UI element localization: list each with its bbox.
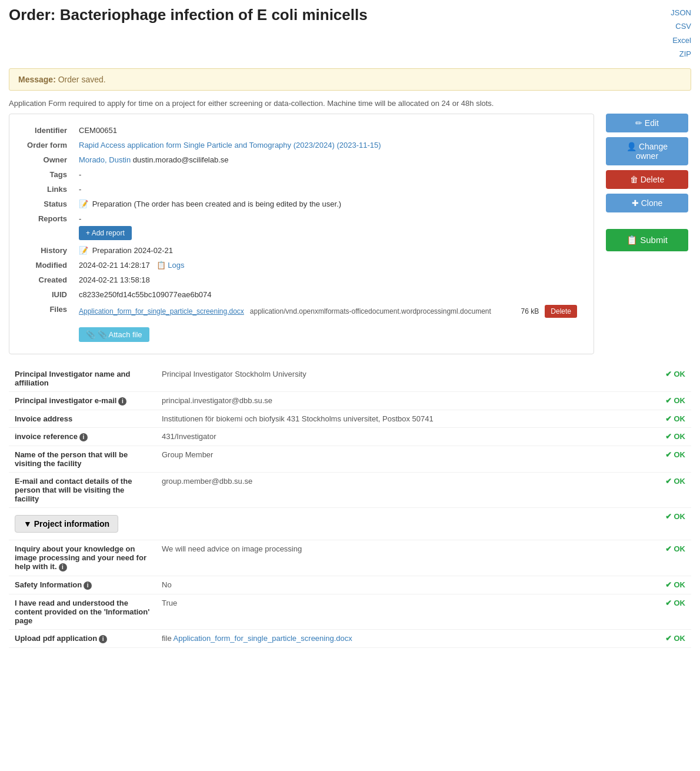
field-label: Safety Informationi [9,576,156,594]
field-status: ✔ OK [637,410,691,427]
identifier-label: Identifier [21,123,74,138]
order-form-link[interactable]: Rapid Access application form Single Par… [79,141,381,149]
field-row: ▼ Project information✔ OK [9,507,691,540]
status-label: Status [21,197,74,211]
field-status: ✔ OK [637,629,691,647]
owner-name-link[interactable]: Morado, Dustin [79,155,131,164]
change-owner-button[interactable]: 👤 Change owner [606,137,688,165]
attach-file-label: 📎 Attach file [98,330,142,339]
export-csv-link[interactable]: CSV [671,19,691,33]
field-value: principal.investigator@dbb.su.se [156,391,637,410]
info-icon[interactable]: i [79,433,88,441]
status-row: Status 📝 Preparation (The order has been… [21,197,582,211]
created-label: Created [21,272,74,287]
export-json-link[interactable]: JSON [671,6,691,19]
iuid-row: IUID c8233e250fd14c55bc109077eae6b074 [21,287,582,302]
file-row: Application_form_for_single_particle_scr… [79,305,577,318]
message-label: Message: [18,75,56,84]
field-value: True [156,594,637,629]
tags-value: - [74,167,582,182]
field-row: Name of the person that will be visiting… [9,446,691,472]
delete-button[interactable]: 🗑 Delete [606,170,688,189]
info-icon[interactable]: i [99,635,107,643]
description-text: Application Form required to apply for t… [9,99,691,108]
tags-row: Tags - [21,167,582,182]
field-label: Invoice address [9,410,156,427]
edit-button[interactable]: ✏ Edit [606,114,688,132]
reports-value: - + Add report [74,211,582,243]
file-delete-button[interactable]: Delete [545,305,577,318]
clone-button[interactable]: ✚ Clone [606,194,688,212]
top-layout: Identifier CEM00651 Order form Rapid Acc… [9,114,691,363]
export-excel-link[interactable]: Excel [671,34,691,47]
field-row: Safety InformationiNo✔ OK [9,576,691,594]
field-status: ✔ OK [637,427,691,446]
modified-date: 2024-02-21 14:28:17 [79,261,150,270]
status-icon: 📝 [79,200,88,208]
modified-row: Modified 2024-02-21 14:28:17 📋 Logs [21,258,582,272]
field-value: No [156,576,637,594]
field-row: I have read and understood the content p… [9,594,691,629]
field-status: ✔ OK [637,391,691,410]
files-label: Files [21,302,74,345]
file-size-value: 76 [521,307,529,315]
history-label: History [21,243,74,258]
file-mime: application/vnd.openxmlformats-officedoc… [250,307,515,315]
submit-button[interactable]: 📋 Submit [606,229,688,251]
created-value: 2024-02-21 13:58:18 [74,272,582,287]
modified-label: Modified [21,258,74,272]
field-status: ✔ OK [637,507,691,540]
message-bar: Message: Order saved. [9,68,691,91]
add-report-button[interactable]: + Add report [79,226,132,240]
links-label: Links [21,182,74,197]
page-header: Order: Bacteriophage infection of E coli… [9,6,691,61]
project-info-button[interactable]: ▼ Project information [15,515,118,533]
order-form-value: Rapid Access application form Single Par… [74,138,582,152]
submit-container: 📋 Submit [606,229,691,251]
field-label: Principal Investigator name and affiliat… [9,365,156,392]
field-status: ✔ OK [637,594,691,629]
info-icon[interactable]: i [59,563,67,571]
field-label: Name of the person that will be visiting… [9,446,156,472]
owner-value: Morado, Dustin dustin.morado@scilifelab.… [74,152,582,167]
order-form-row: Order form Rapid Access application form… [21,138,582,152]
export-zip-link[interactable]: ZIP [671,47,691,61]
logs-link[interactable]: Logs [168,261,184,270]
iuid-label: IUID [21,287,74,302]
owner-email: dustin.morado@scilifelab.se [133,155,229,164]
status-text: Preparation (The order has been created … [92,200,342,208]
info-icon[interactable]: i [118,397,126,406]
order-info-card: Identifier CEM00651 Order form Rapid Acc… [9,114,594,354]
field-label: Upload pdf applicationi [9,629,156,647]
field-status: ✔ OK [637,446,691,472]
field-row: Principal investigator e-mailiprincipal.… [9,391,691,410]
owner-row: Owner Morado, Dustin dustin.morado@scili… [21,152,582,167]
field-status: ✔ OK [637,365,691,392]
info-icon[interactable]: i [84,581,92,590]
field-value: 431/Investigator [156,427,637,446]
field-row: Principal Investigator name and affiliat… [9,365,691,392]
sidebar: ✏ Edit 👤 Change owner 🗑 Delete ✚ Clone 📋… [606,114,691,251]
field-status: ✔ OK [637,576,691,594]
field-label: invoice referencei [9,427,156,446]
file-name-link[interactable]: Application_form_for_single_particle_scr… [79,307,244,315]
created-row: Created 2024-02-21 13:58:18 [21,272,582,287]
tags-label: Tags [21,167,74,182]
attach-file-button[interactable]: 📎 📎 Attach file [79,327,149,342]
file-size: 76 kB [521,307,539,315]
history-value: 📝 Preparation 2024-02-21 [74,243,582,258]
field-row: Inquiry about your knowledge on image pr… [9,540,691,576]
history-icon: 📝 [79,246,88,255]
status-value: 📝 Preparation (The order has been create… [74,197,582,211]
history-text: Preparation 2024-02-21 [92,246,173,255]
reports-row: Reports - + Add report [21,211,582,243]
field-row: Upload pdf applicationifile Application_… [9,629,691,647]
upload-file-link[interactable]: Application_form_for_single_particle_scr… [174,634,352,643]
fields-table: Principal Investigator name and affiliat… [9,365,691,648]
reports-text: - [79,214,81,223]
history-row: History 📝 Preparation 2024-02-21 [21,243,582,258]
field-label: Inquiry about your knowledge on image pr… [9,540,156,576]
field-label: I have read and understood the content p… [9,594,156,629]
field-status: ✔ OK [637,472,691,507]
message-text: Order saved. [58,75,106,84]
